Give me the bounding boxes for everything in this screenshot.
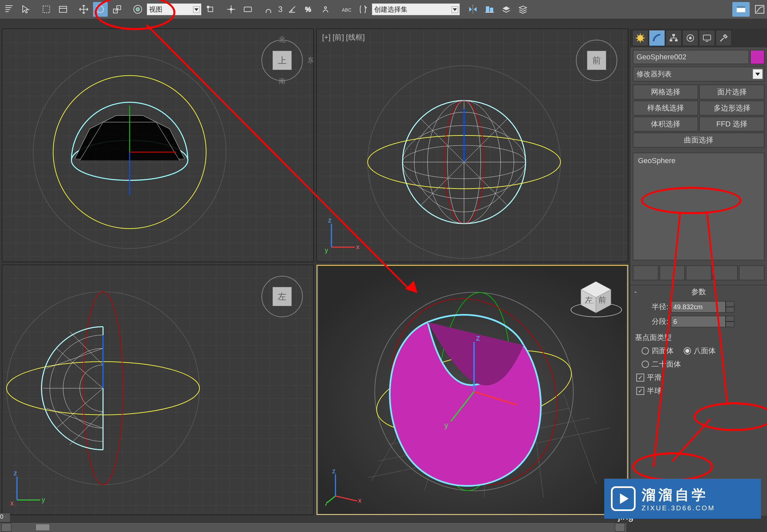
chevron-down-icon[interactable]: [452, 6, 458, 13]
select-region-rect-icon[interactable]: [39, 2, 54, 17]
svg-point-11: [324, 7, 326, 9]
scroll-right-icon[interactable]: [615, 523, 625, 532]
svg-rect-99: [675, 39, 678, 41]
spinner-down-icon[interactable]: [726, 322, 734, 327]
mirror-icon[interactable]: [465, 2, 481, 17]
svg-point-7: [207, 6, 209, 8]
percent-snap-icon[interactable]: %: [301, 2, 316, 17]
ref-coord-icon[interactable]: [130, 2, 145, 17]
svg-line-54: [46, 408, 103, 428]
svg-rect-0: [43, 6, 50, 13]
volume-select-button[interactable]: 体积选择: [633, 117, 698, 131]
named-selection-combo[interactable]: 创建选择集: [372, 3, 460, 15]
rollout-header[interactable]: - 参数: [630, 285, 767, 299]
layers-icon[interactable]: [499, 2, 514, 17]
make-unique-icon[interactable]: [686, 265, 711, 280]
modifier-stack[interactable]: GeoSphere: [633, 153, 764, 260]
icosa-radio[interactable]: 二十面体: [642, 359, 681, 369]
select-manipulate-icon[interactable]: [223, 2, 239, 17]
svg-text:x: x: [356, 243, 359, 250]
svg-rect-102: [703, 35, 711, 40]
radius-label: 半径:: [635, 302, 668, 312]
poly-select-button[interactable]: 多边形选择: [699, 101, 764, 115]
watermark-badge: 溜溜自学 ZIXUE.3D66.COM: [604, 479, 761, 519]
hemisphere-check[interactable]: ✓ 半球: [635, 386, 762, 396]
timeline-scrollbar[interactable]: [0, 522, 626, 532]
graphite-ribbon-icon[interactable]: [732, 2, 750, 17]
viewcube-face[interactable]: 左: [272, 287, 292, 306]
move-tool-icon[interactable]: [76, 2, 91, 17]
scroll-thumb[interactable]: [36, 524, 49, 530]
svg-rect-98: [670, 39, 672, 41]
viewport-front[interactable]: [+] [前] [线框] 前: [316, 29, 628, 262]
mesh-select-button[interactable]: 网格选择: [633, 85, 698, 99]
octa-radio[interactable]: 八面体: [684, 346, 716, 356]
object-color-swatch[interactable]: [750, 50, 764, 64]
spinner-snap-icon[interactable]: [318, 2, 333, 17]
utilities-tab-icon[interactable]: [716, 30, 732, 46]
select-filter-icon[interactable]: [1, 2, 17, 17]
checkbox-icon: ✓: [636, 387, 644, 395]
snap-2d-icon[interactable]: [261, 2, 276, 17]
axis-tripod: y z x: [10, 470, 47, 507]
viewcube-face[interactable]: 前: [587, 51, 606, 70]
configure-sets-icon[interactable]: [739, 265, 764, 280]
svg-text:x: x: [10, 499, 14, 507]
use-pivot-center-icon[interactable]: [203, 2, 218, 17]
viewcube[interactable]: 左 前: [573, 274, 619, 321]
svg-text:y: y: [325, 499, 327, 506]
spinner-up-icon[interactable]: [726, 316, 734, 322]
spline-select-button[interactable]: 样条线选择: [633, 101, 698, 115]
scale-tool-icon[interactable]: [109, 2, 125, 17]
hierarchy-tab-icon[interactable]: [666, 30, 682, 46]
create-tab-icon[interactable]: [632, 30, 648, 46]
chevron-down-icon[interactable]: [753, 69, 763, 79]
ref-coord-label: 视图: [149, 5, 162, 14]
motion-tab-icon[interactable]: [682, 30, 698, 46]
modifier-list-combo[interactable]: 修改器列表: [633, 67, 764, 81]
svg-rect-14: [490, 8, 493, 12]
spinner-up-icon[interactable]: [726, 301, 734, 307]
angle-snap-icon[interactable]: [284, 2, 300, 17]
named-sel-bracket-icon[interactable]: [355, 2, 370, 17]
rotate-tool-icon[interactable]: [93, 2, 108, 17]
viewcube[interactable]: 前: [573, 37, 620, 84]
modify-tab-icon[interactable]: [649, 30, 665, 46]
chevron-down-icon[interactable]: [193, 6, 200, 13]
ffd-select-button[interactable]: FFD 选择: [699, 117, 764, 131]
compass-east-label: 东: [307, 56, 314, 65]
align-icon[interactable]: [482, 2, 497, 17]
show-end-result-icon[interactable]: [660, 265, 685, 280]
surface-select-button[interactable]: 曲面选择: [633, 133, 764, 147]
face-select-button[interactable]: 面片选择: [699, 85, 764, 99]
viewport-top[interactable]: 北 南 东 上: [2, 29, 314, 262]
named-sel-edit-icon[interactable]: ABC: [338, 2, 354, 17]
viewport-left[interactable]: 左 y z x: [2, 265, 314, 515]
spinner-down-icon[interactable]: [726, 307, 734, 313]
rollout-collapse-icon[interactable]: -: [634, 288, 637, 296]
keyboard-shortcut-icon[interactable]: [240, 2, 255, 17]
select-region-window-icon[interactable]: [55, 2, 71, 17]
scroll-left-icon[interactable]: [1, 523, 11, 532]
remove-modifier-icon[interactable]: [713, 265, 738, 280]
segments-input[interactable]: [671, 316, 726, 327]
viewcube[interactable]: 左: [259, 273, 305, 320]
ref-coord-combo[interactable]: 视图: [147, 3, 201, 15]
object-name-input[interactable]: [633, 50, 749, 64]
radius-input[interactable]: [671, 301, 726, 313]
display-tab-icon[interactable]: [699, 30, 715, 46]
svg-rect-1: [59, 6, 67, 12]
viewport-perspective[interactable]: [+] [透视] [真实]: [316, 265, 628, 515]
viewcube[interactable]: 北 南 东 上: [259, 37, 305, 84]
svg-text:ABC: ABC: [342, 7, 351, 13]
curve-editor-icon[interactable]: [751, 2, 767, 17]
rollout-title: 参数: [691, 287, 706, 297]
layer-explorer-icon[interactable]: [515, 2, 531, 17]
pin-stack-icon[interactable]: [633, 265, 658, 280]
select-object-icon[interactable]: [18, 2, 33, 17]
svg-point-5: [136, 8, 139, 11]
modifier-stack-item[interactable]: GeoSphere: [638, 156, 759, 165]
viewcube-face[interactable]: 上: [272, 51, 292, 70]
tetra-radio[interactable]: 四面体: [642, 346, 674, 356]
smooth-check[interactable]: ✓ 平滑: [635, 373, 762, 383]
